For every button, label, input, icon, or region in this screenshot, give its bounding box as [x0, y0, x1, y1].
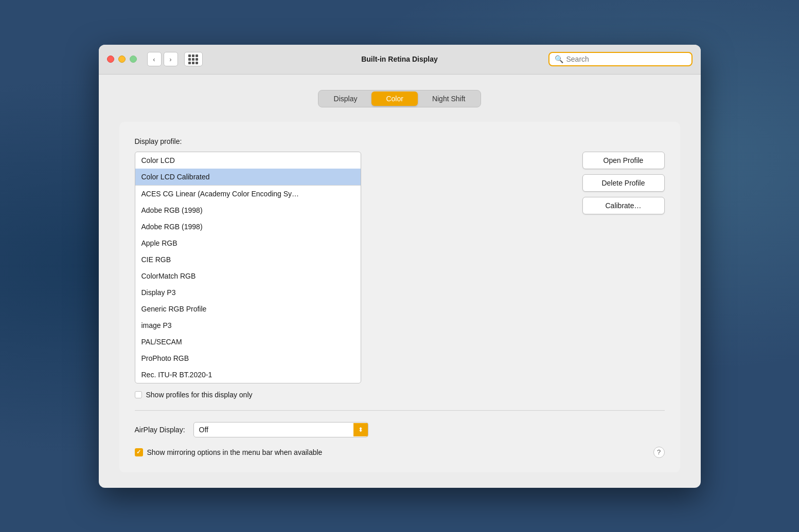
content-area: Display Color Night Shift Display profil… [99, 75, 701, 488]
back-button[interactable]: ‹ [147, 52, 162, 66]
show-profiles-label: Show profiles for this display only [146, 391, 253, 399]
mirror-row: ✓ Show mirroring options in the menu bar… [135, 447, 665, 458]
two-column-layout: Color LCD Color LCD Calibrated ACES CG L… [135, 152, 665, 399]
tab-night-shift[interactable]: Night Shift [418, 91, 480, 106]
profile-item-display-p3[interactable]: Display P3 [135, 284, 361, 301]
profile-item-prophoto-rgb[interactable]: ProPhoto RGB [135, 350, 361, 366]
grid-view-button[interactable] [184, 52, 203, 66]
tabs-container: Display Color Night Shift [119, 90, 680, 107]
action-buttons: Open Profile Delete Profile Calibrate… [582, 152, 665, 214]
profile-list-container: Color LCD Color LCD Calibrated ACES CG L… [135, 152, 562, 399]
close-button[interactable] [107, 56, 114, 63]
main-panel: Display profile: Color LCD Color LCD Cal… [119, 122, 680, 472]
show-profiles-checkbox[interactable] [135, 391, 142, 398]
airplay-value: Off [194, 423, 353, 437]
profile-item-adobe-rgb-2[interactable]: Adobe RGB (1998) [135, 218, 361, 235]
mirror-left: ✓ Show mirroring options in the menu bar… [135, 448, 323, 456]
help-button[interactable]: ? [653, 447, 665, 458]
profile-item-color-lcd[interactable]: Color LCD [135, 152, 361, 169]
profile-item-color-lcd-calibrated[interactable]: Color LCD Calibrated [135, 169, 361, 185]
profile-item-generic-rgb[interactable]: Generic RGB Profile [135, 301, 361, 317]
tab-color[interactable]: Color [371, 91, 417, 106]
airplay-select[interactable]: Off ⬍ [193, 422, 368, 437]
airplay-row: AirPlay Display: Off ⬍ [135, 422, 665, 437]
profile-item-image-p3[interactable]: image P3 [135, 317, 361, 334]
titlebar: ‹ › Built-in Retina Display 🔍 [99, 45, 701, 75]
forward-button[interactable]: › [164, 52, 178, 66]
search-input[interactable] [566, 55, 686, 63]
main-window: ‹ › Built-in Retina Display 🔍 Display Co… [99, 45, 701, 488]
grid-icon [188, 54, 198, 64]
minimize-button[interactable] [118, 56, 126, 63]
profile-item-colormatch-rgb[interactable]: ColorMatch RGB [135, 268, 361, 284]
up-down-arrow-icon: ⬍ [358, 426, 363, 433]
divider [135, 410, 665, 411]
tab-group: Display Color Night Shift [318, 90, 482, 107]
display-profile-label: Display profile: [135, 137, 665, 145]
profile-item-apple-rgb[interactable]: Apple RGB [135, 235, 361, 251]
traffic-lights [107, 56, 137, 63]
profile-item-cie-rgb[interactable]: CIE RGB [135, 251, 361, 268]
show-profiles-row: Show profiles for this display only [135, 391, 562, 399]
window-title: Built-in Retina Display [361, 55, 438, 63]
delete-profile-button[interactable]: Delete Profile [582, 174, 665, 192]
open-profile-button[interactable]: Open Profile [582, 152, 665, 169]
airplay-dropdown-arrow: ⬍ [353, 423, 368, 436]
search-box[interactable]: 🔍 [548, 52, 693, 66]
nav-buttons: ‹ › [147, 52, 178, 66]
profile-item-aces-cg[interactable]: ACES CG Linear (Academy Color Encoding S… [135, 185, 361, 202]
tab-display[interactable]: Display [319, 91, 372, 106]
profile-item-pal-secam[interactable]: PAL/SECAM [135, 334, 361, 350]
mirror-label: Show mirroring options in the menu bar w… [147, 448, 323, 456]
maximize-button[interactable] [130, 56, 137, 63]
back-icon: ‹ [153, 56, 155, 63]
search-icon: 🔍 [555, 55, 563, 63]
mirror-checkbox[interactable]: ✓ [135, 448, 143, 456]
forward-icon: › [169, 56, 171, 63]
airplay-label: AirPlay Display: [135, 426, 185, 434]
profile-item-rec-itu[interactable]: Rec. ITU-R BT.2020-1 [135, 366, 361, 383]
question-mark-icon: ? [657, 448, 661, 456]
profile-item-adobe-rgb-1[interactable]: Adobe RGB (1998) [135, 202, 361, 218]
profile-list: Color LCD Color LCD Calibrated ACES CG L… [135, 152, 361, 383]
checkmark-icon: ✓ [136, 449, 141, 455]
calibrate-button[interactable]: Calibrate… [582, 197, 665, 214]
